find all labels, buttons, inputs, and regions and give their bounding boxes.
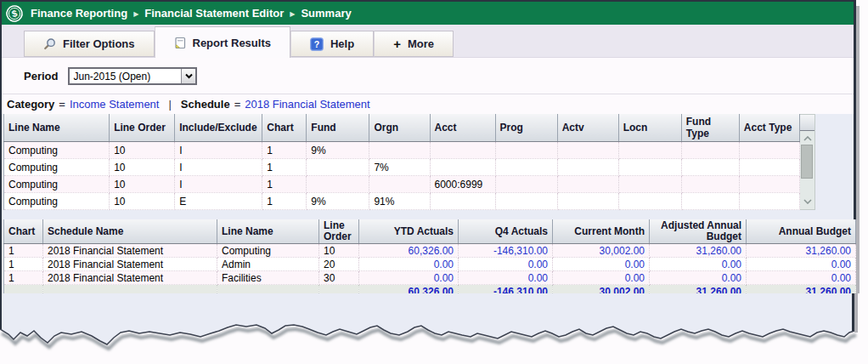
cell: 0.00 — [553, 258, 650, 271]
period-value: Jun-2015 (Open) — [70, 69, 181, 83]
cell: 31,260.00 — [650, 244, 747, 258]
tab-label: Help — [330, 37, 354, 50]
column-header: Actv — [557, 114, 618, 142]
table-row[interactable]: 12018 Financial StatementComputing1060,3… — [4, 244, 856, 258]
column-header: Fund — [307, 114, 369, 142]
table-row[interactable]: Computing10I1 7% — [4, 159, 800, 176]
criteria-table: Line NameLine OrderInclude/ExcludeChartF… — [3, 114, 800, 210]
document-icon — [174, 37, 186, 49]
scroll-thumb[interactable] — [801, 145, 813, 179]
tab-label: Filter Options — [63, 37, 135, 50]
tab-label: More — [408, 37, 434, 50]
cell: 2018 Financial Statement — [43, 244, 217, 258]
cell: 10 — [110, 176, 175, 193]
column-header: Schedule Name — [43, 219, 217, 244]
cell — [495, 142, 557, 159]
application-window: $ Finance Reporting ▶ Financial Statemen… — [0, 0, 868, 364]
dropdown-arrow-icon[interactable] — [181, 69, 195, 83]
cell: 91% — [369, 193, 430, 210]
schedule-value: 2018 Financial Statement — [245, 98, 369, 111]
column-header: Include/Exclude — [175, 114, 262, 142]
header-row: Line NameLine OrderInclude/ExcludeChartF… — [4, 114, 800, 142]
window-shadow — [856, 6, 860, 293]
cell: 1 — [4, 244, 43, 258]
table-row[interactable]: Computing10I1 6000:6999 — [4, 176, 800, 193]
tab-help[interactable]: ? Help — [290, 31, 374, 57]
cell — [369, 176, 430, 193]
category-label: Category — [7, 98, 54, 111]
criteria-grid: Line NameLine OrderInclude/ExcludeChartF… — [3, 114, 815, 210]
report-context-row: Category = Income Statement | Schedule =… — [2, 94, 854, 114]
table-row[interactable]: 12018 Financial StatementFacilities300.0… — [4, 271, 856, 285]
magnifier-icon — [43, 37, 56, 50]
cell — [739, 142, 799, 159]
cell — [681, 142, 739, 159]
tab-filter-options[interactable]: Filter Options — [24, 31, 155, 57]
cell: Computing — [4, 159, 110, 176]
help-icon: ? — [310, 37, 324, 51]
cell: 0.00 — [747, 271, 856, 285]
period-section: Period Jun-2015 (Open) — [2, 58, 854, 94]
column-header: Fund Type — [681, 114, 739, 142]
table-row[interactable]: Computing10E19%91% — [4, 193, 800, 210]
cell: 1 — [262, 176, 307, 193]
table-row[interactable]: Computing10I19% — [4, 142, 800, 159]
cell — [557, 159, 618, 176]
cell: 0.00 — [650, 258, 747, 271]
equals-sign: = — [59, 98, 65, 111]
column-header: Line Order — [319, 219, 359, 244]
cell: 31,260.00 — [747, 244, 856, 258]
column-header: Line Order — [110, 114, 175, 142]
cell: 1 — [262, 193, 307, 210]
scrollbar-track[interactable] — [800, 131, 814, 209]
cell — [739, 159, 799, 176]
cell: 10 — [110, 142, 175, 159]
cell — [618, 176, 681, 193]
cell: 1 — [4, 271, 43, 285]
tab-more[interactable]: + More — [374, 31, 454, 57]
category-value: Income Statement — [70, 98, 160, 111]
breadcrumb-item-financial-statement-editor[interactable]: Financial Statement Editor — [144, 7, 284, 20]
cell: 1 — [4, 258, 43, 271]
cell: 20 — [319, 258, 359, 271]
table-row[interactable]: 12018 Financial StatementAdmin200.000.00… — [4, 258, 856, 271]
cell: E — [175, 193, 262, 210]
cell: 2018 Financial Statement — [43, 271, 217, 285]
cell: I — [175, 159, 262, 176]
column-header: Line Name — [217, 219, 319, 244]
cell: 0.00 — [747, 258, 856, 271]
scrollbar-corner — [800, 115, 814, 131]
cell: 10 — [110, 159, 175, 176]
report-window: $ Finance Reporting ▶ Financial Statemen… — [0, 0, 856, 293]
cell — [430, 142, 495, 159]
cell — [557, 193, 618, 210]
column-header: Acct Type — [739, 114, 799, 142]
svg-text:$: $ — [11, 8, 19, 19]
scroll-up-icon[interactable] — [800, 133, 814, 145]
period-select[interactable]: Jun-2015 (Open) — [68, 67, 197, 85]
cell — [739, 176, 799, 193]
torn-edge — [0, 293, 868, 364]
cell: 0.00 — [359, 258, 459, 271]
results-table: ChartSchedule NameLine NameLine OrderYTD… — [3, 219, 856, 299]
cell — [307, 176, 369, 193]
cell — [618, 142, 681, 159]
schedule-label: Schedule — [181, 98, 230, 111]
cell — [557, 142, 618, 159]
cell: Facilities — [217, 271, 319, 285]
cell: 0.00 — [459, 258, 553, 271]
column-header: Prog — [495, 114, 557, 142]
vertical-scrollbar[interactable] — [800, 114, 815, 210]
cell: 7% — [369, 159, 430, 176]
dollar-coin-icon: $ — [5, 4, 24, 23]
column-header: Annual Budget — [747, 219, 856, 244]
period-label: Period — [24, 70, 58, 82]
plus-icon: + — [393, 37, 401, 50]
cell: 10 — [110, 193, 175, 210]
cell — [430, 193, 495, 210]
cell: 0.00 — [459, 271, 553, 285]
breadcrumb-item-finance-reporting[interactable]: Finance Reporting — [31, 7, 127, 20]
tab-report-results[interactable]: Report Results — [155, 26, 290, 58]
scroll-down-icon[interactable] — [800, 196, 814, 208]
cell: Computing — [4, 193, 110, 210]
